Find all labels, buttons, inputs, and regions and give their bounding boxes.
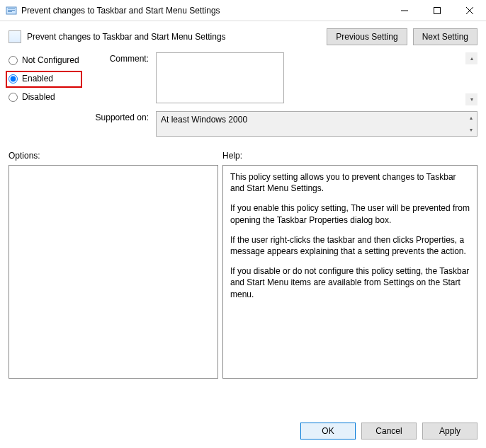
radio-not-configured-label[interactable]: Not Configured <box>22 55 79 65</box>
svg-rect-1 <box>8 8 15 9</box>
window-title: Prevent changes to Taskbar and Start Men… <box>21 6 388 16</box>
next-setting-button[interactable]: Next Setting <box>413 28 477 45</box>
setting-icon <box>9 30 21 43</box>
supported-on-value: At least Windows 2000 ▴ ▾ <box>156 111 477 137</box>
dialog-header: Prevent changes to Taskbar and Start Men… <box>0 21 486 50</box>
radio-not-configured[interactable]: Not Configured <box>9 55 94 65</box>
options-panel <box>9 165 218 379</box>
maximize-button[interactable] <box>421 0 453 21</box>
svg-rect-3 <box>8 11 12 12</box>
panels: This policy setting allows you to preven… <box>0 165 486 379</box>
svg-rect-2 <box>8 10 15 11</box>
previous-setting-button[interactable]: Previous Setting <box>327 28 407 45</box>
supported-on-text: At least Windows 2000 <box>161 115 247 125</box>
radio-disabled-input[interactable] <box>9 93 18 102</box>
scroll-up-icon: ▴ <box>465 52 477 64</box>
svg-rect-5 <box>434 8 441 14</box>
radio-not-configured-input[interactable] <box>9 56 18 65</box>
policy-icon <box>6 5 17 16</box>
help-paragraph: If the user right-clicks the taskbar and… <box>230 234 470 257</box>
radio-enabled-input[interactable] <box>9 74 18 84</box>
window-controls <box>388 0 486 21</box>
minimize-button[interactable] <box>388 0 421 21</box>
radio-enabled-label[interactable]: Enabled <box>22 74 53 84</box>
help-paragraph: This policy setting allows you to preven… <box>230 171 470 194</box>
radio-enabled[interactable]: Enabled <box>9 74 94 84</box>
scroll-down-icon: ▾ <box>465 93 477 105</box>
scroll-down-icon: ▾ <box>465 124 477 136</box>
radio-disabled[interactable]: Disabled <box>9 92 94 102</box>
options-label: Options: <box>9 151 222 161</box>
titlebar: Prevent changes to Taskbar and Start Men… <box>0 0 486 21</box>
config-area: Not Configured Enabled Disabled Comment:… <box>0 50 486 142</box>
comment-input[interactable] <box>156 52 284 103</box>
close-button[interactable] <box>453 0 486 21</box>
supported-label: Supported on: <box>94 111 156 122</box>
comment-label: Comment: <box>94 52 156 64</box>
ok-button[interactable]: OK <box>300 423 356 440</box>
state-radio-group: Not Configured Enabled Disabled <box>9 52 94 110</box>
help-paragraph: If you enable this policy setting, The u… <box>230 202 470 225</box>
help-label: Help: <box>222 151 477 161</box>
radio-disabled-label[interactable]: Disabled <box>22 92 55 102</box>
panels-header: Options: Help: <box>0 142 486 165</box>
cancel-button[interactable]: Cancel <box>361 423 417 440</box>
help-paragraph: If you disable or do not configure this … <box>230 265 470 300</box>
setting-title: Prevent changes to Taskbar and Start Men… <box>27 32 327 42</box>
scroll-up-icon: ▴ <box>465 112 477 124</box>
dialog-buttons: OK Cancel Apply <box>300 423 477 440</box>
apply-button[interactable]: Apply <box>422 423 477 440</box>
nav-buttons: Previous Setting Next Setting <box>327 28 477 45</box>
help-panel: This policy setting allows you to preven… <box>222 165 477 379</box>
